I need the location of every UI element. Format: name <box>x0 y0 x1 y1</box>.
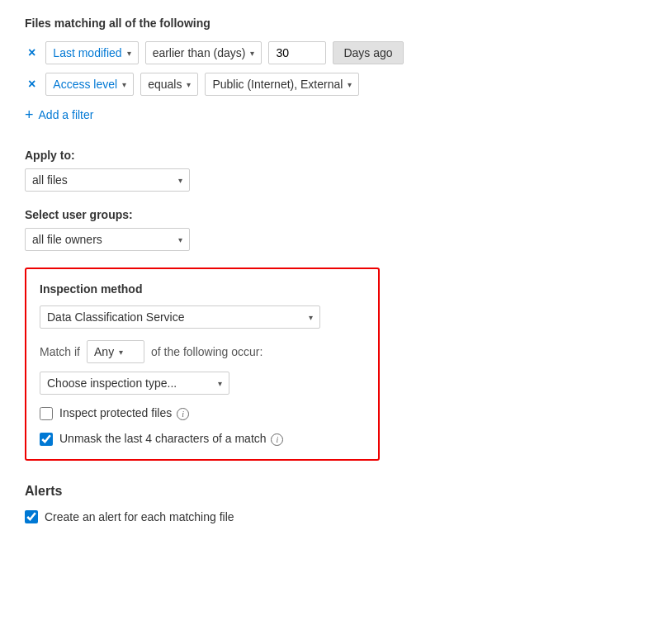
inspection-method-section: Inspection method Data Classification Se… <box>25 268 380 461</box>
create-alert-row: Create an alert for each matching file <box>25 510 623 523</box>
filter-1-operator-dropdown[interactable]: earlier than (days) ▾ <box>145 41 263 64</box>
filter-2-value-label: Public (Internet), External <box>212 78 343 91</box>
filter-row-2: × Access level ▾ equals ▾ Public (Intern… <box>25 73 623 96</box>
inspection-type-placeholder: Choose inspection type... <box>47 376 177 390</box>
filter-2-value-chevron: ▾ <box>348 80 352 89</box>
user-groups-chevron: ▾ <box>178 235 182 244</box>
apply-to-chevron: ▾ <box>178 176 182 185</box>
filter-1-value-input[interactable] <box>268 41 326 64</box>
inspection-type-row: Choose inspection type... ▾ <box>40 372 365 395</box>
filter-2-field-chevron: ▾ <box>122 80 126 89</box>
user-groups-section: Select user groups: all file owners ▾ <box>25 208 623 251</box>
remove-filter-2-button[interactable]: × <box>25 76 39 92</box>
apply-to-value: all files <box>32 173 68 187</box>
filter-2-operator-label: equals <box>148 78 182 91</box>
section-header: Files matching all of the following <box>25 17 623 30</box>
inspect-protected-info-icon[interactable]: i <box>177 408 189 420</box>
remove-filter-1-button[interactable]: × <box>25 45 39 61</box>
unmask-info-icon[interactable]: i <box>271 433 283 446</box>
add-filter-label: Add a filter <box>39 108 94 121</box>
apply-to-dropdown[interactable]: all files ▾ <box>25 168 190 192</box>
user-groups-dropdown[interactable]: all file owners ▾ <box>25 228 190 251</box>
occur-label: of the following occur: <box>151 345 263 358</box>
remove-icon-1: × <box>28 45 35 59</box>
filter-row-1: × Last modified ▾ earlier than (days) ▾ … <box>25 41 623 64</box>
filter-1-unit-button[interactable]: Days ago <box>333 41 403 64</box>
alerts-title: Alerts <box>25 484 623 499</box>
add-filter-button[interactable]: + Add a filter <box>25 104 93 125</box>
inspect-protected-row: Inspect protected files i <box>40 406 365 420</box>
inspection-method-dropdown[interactable]: Data Classification Service ▾ <box>40 305 320 329</box>
create-alert-checkbox[interactable] <box>25 510 38 523</box>
filter-1-field-label: Last modified <box>53 46 121 59</box>
unmask-row: Unmask the last 4 characters of a match … <box>40 432 365 446</box>
user-groups-value: all file owners <box>32 233 102 246</box>
filter-2-operator-chevron: ▾ <box>187 80 191 89</box>
inspection-method-chevron: ▾ <box>309 313 313 322</box>
create-alert-label[interactable]: Create an alert for each matching file <box>45 510 234 523</box>
inspection-type-dropdown[interactable]: Choose inspection type... ▾ <box>40 372 229 395</box>
alerts-section: Alerts Create an alert for each matching… <box>25 484 623 523</box>
filter-1-field-chevron: ▾ <box>127 49 131 58</box>
match-if-chevron: ▾ <box>119 348 123 357</box>
plus-icon: + <box>25 107 34 122</box>
filter-1-operator-chevron: ▾ <box>250 49 254 58</box>
inspection-type-chevron: ▾ <box>218 379 222 388</box>
match-if-row: Match if Any ▾ of the following occur: <box>40 340 365 363</box>
filter-2-field-dropdown[interactable]: Access level ▾ <box>45 73 134 96</box>
filter-1-field-dropdown[interactable]: Last modified ▾ <box>45 41 138 64</box>
inspection-title: Inspection method <box>40 282 365 296</box>
inspection-method-value: Data Classification Service <box>47 310 185 324</box>
files-matching-title: Files matching all of the following <box>25 17 210 30</box>
filter-2-value-dropdown[interactable]: Public (Internet), External ▾ <box>205 73 359 96</box>
apply-to-section: Apply to: all files ▾ <box>25 149 623 192</box>
unmask-checkbox[interactable] <box>40 433 53 446</box>
match-if-label: Match if <box>40 345 80 358</box>
match-if-dropdown[interactable]: Any ▾ <box>87 340 144 363</box>
apply-to-label: Apply to: <box>25 149 623 162</box>
filter-2-field-label: Access level <box>53 78 117 91</box>
remove-icon-2: × <box>28 77 35 91</box>
user-groups-label: Select user groups: <box>25 208 623 221</box>
unmask-label[interactable]: Unmask the last 4 characters of a match … <box>59 432 283 446</box>
match-if-value: Any <box>94 345 114 358</box>
inspect-protected-label[interactable]: Inspect protected files i <box>59 406 189 420</box>
filter-2-operator-dropdown[interactable]: equals ▾ <box>140 73 198 96</box>
filter-1-operator-label: earlier than (days) <box>153 46 246 59</box>
inspect-protected-checkbox[interactable] <box>40 407 53 420</box>
